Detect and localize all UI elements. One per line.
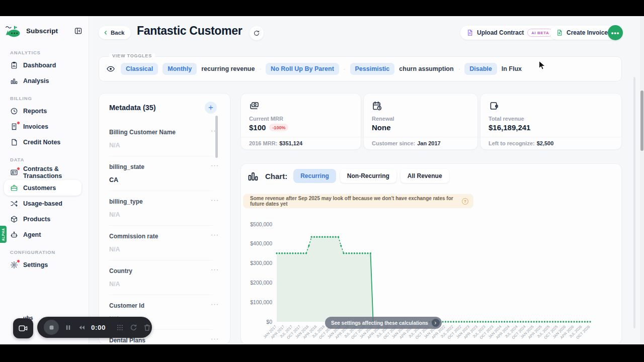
sidebar-item-settings[interactable]: Settings (0, 257, 89, 273)
sidebar-item-analysis[interactable]: Analysis (0, 73, 89, 88)
metadata-field-value: N/A (109, 281, 120, 288)
metadata-row: Country···N/A (109, 260, 213, 295)
metadata-row-menu[interactable]: ··· (211, 231, 219, 238)
more-actions-button[interactable]: ••• (608, 25, 623, 40)
alpha-badge: ALPHA (0, 226, 7, 243)
toggle-pill-pessimistic[interactable]: Pessimistic (350, 63, 395, 75)
collapse-sidebar-icon[interactable] (74, 27, 83, 35)
reports-icon (10, 107, 18, 115)
metadata-field-name: Country (109, 267, 132, 275)
divider (364, 137, 477, 137)
stat-value: None (372, 123, 391, 132)
svg-text:$200,000: $200,000 (250, 280, 272, 286)
mouse-cursor (538, 60, 546, 71)
create-invoices-button[interactable]: Create Invoices (550, 26, 617, 40)
stat-card-total-revenue: Total revenue$16,189,241Left to recogniz… (480, 93, 622, 150)
sidebar-item-label: Reports (23, 108, 47, 115)
sidebar-item-products[interactable]: Products (0, 211, 89, 227)
metadata-row-menu[interactable]: ··· (211, 196, 219, 204)
refresh-icon (253, 30, 260, 37)
help-icon[interactable]: ? (462, 198, 468, 205)
stat-value: $16,189,241 (489, 123, 530, 132)
sidebar-item-reports[interactable]: Reports (0, 103, 89, 119)
sidebar-section-label: BILLING (10, 96, 89, 101)
sidebar-item-invoices[interactable]: Invoices (0, 119, 89, 134)
svg-text:$500,000: $500,000 (250, 221, 272, 227)
camera-button[interactable] (13, 318, 33, 338)
refresh-button[interactable] (250, 26, 264, 40)
window-scrollbar-thumb[interactable] (640, 90, 643, 151)
metadata-scrollbar[interactable] (215, 116, 218, 158)
metadata-row-menu[interactable]: ··· (211, 161, 219, 169)
toggle-pill-classical[interactable]: Classical (121, 63, 158, 75)
sidebar-item-customers[interactable]: Customers (4, 180, 82, 196)
divider (480, 137, 621, 137)
stop-recording-button[interactable] (44, 320, 59, 335)
rewind-icon[interactable] (77, 323, 86, 332)
sidebar-section-label: DATA (10, 157, 89, 162)
page-title: Fantastic Customer (137, 24, 242, 38)
metadata-row: Commission rate···N/A (109, 226, 213, 260)
content-scrollbar[interactable] (633, 77, 635, 328)
notification-dot (17, 167, 20, 170)
tooltip-chevron-button[interactable] (432, 319, 440, 327)
pause-icon[interactable] (64, 323, 72, 332)
sidebar-nav: ANALYTICSDashboardAnalysisBILLINGReports… (0, 50, 89, 273)
sidebar-item-label: Invoices (23, 123, 48, 130)
stat-label: Current MRR (249, 116, 283, 122)
sidebar-item-label: Agent (23, 231, 41, 238)
view-toggles-row: ClassicalMonthlyrecurring revenue·No Rol… (106, 57, 522, 81)
customers-icon (10, 184, 18, 192)
restart-icon[interactable] (129, 323, 138, 332)
sidebar-item-agent[interactable]: AgentALPHA (0, 227, 89, 242)
notification-dot (17, 121, 20, 125)
brand-name: Subscript (26, 27, 70, 35)
trash-icon[interactable] (143, 323, 151, 332)
toggle-text: churn assumption (399, 65, 453, 72)
sidebar-item-label: Analysis (23, 77, 49, 84)
sidebar-item-usage-based[interactable]: Usage-based (0, 196, 89, 211)
toggle-pill-monthly[interactable]: Monthly (163, 63, 197, 75)
chart-tab-all-revenue[interactable]: All Revenue (400, 169, 449, 183)
metadata-field-name: billing_type (109, 198, 143, 205)
svg-text:$100,000: $100,000 (250, 299, 272, 305)
sidebar-item-label: Credit Notes (23, 139, 60, 146)
separator: · (458, 66, 460, 72)
metadata-row: billing_state···CA (109, 156, 213, 191)
letterbox-top (0, 0, 644, 16)
grid-dots-icon[interactable] (116, 323, 124, 332)
chart-tab-recurring[interactable]: Recurring (293, 169, 336, 183)
stat-value: $100 (249, 123, 266, 132)
back-button[interactable]: Back (99, 26, 131, 39)
metadata-field-name: Billing Customer Name (109, 129, 176, 136)
separator: · (344, 66, 346, 72)
calendar-clock-icon (372, 101, 382, 111)
metadata-row-menu[interactable]: ··· (211, 335, 219, 342)
metadata-row-menu[interactable]: ··· (211, 265, 219, 273)
toggle-pill-disable[interactable]: Disable (464, 63, 497, 75)
invoices-icon (10, 123, 18, 131)
sidebar-item-contracts-transactions[interactable]: Contracts & Transactions (0, 164, 89, 180)
window-scrollbar[interactable] (640, 16, 644, 344)
toggle-pill-no-roll-up-by-parent[interactable]: No Roll Up By Parent (266, 63, 339, 75)
chart-tab-non-recurring[interactable]: Non-Recurring (340, 169, 396, 183)
metadata-title: Metadata (35) (109, 104, 156, 112)
main-content: Back Fantastic Customer Upload Contract … (90, 16, 644, 344)
dashboard-icon (10, 61, 18, 69)
recorder-toolbar: 0:00 (37, 317, 152, 338)
metadata-row-menu[interactable]: ··· (211, 300, 219, 308)
sidebar-item-dashboard[interactable]: Dashboard (0, 57, 89, 73)
stat-footer: Left to recognize:$2,500 (489, 140, 553, 146)
stat-footer: Customer since:Jan 2017 (372, 140, 441, 146)
upload-contract-button[interactable]: Upload Contract AI BETA (460, 26, 559, 40)
sidebar-item-label: Usage-based (23, 200, 62, 207)
svg-text:$0: $0 (266, 319, 272, 325)
app-window: Subscript ANALYTICSDashboardAnalysisBILL… (0, 16, 644, 344)
toggle-text: In Flux (502, 65, 522, 72)
stat-label: Total revenue (489, 116, 524, 122)
metadata-field-name: Dental Plans (109, 337, 145, 344)
add-metadata-button[interactable] (205, 102, 217, 114)
notification-dot (17, 259, 20, 263)
screen: Subscript ANALYTICSDashboardAnalysisBILL… (0, 0, 644, 362)
sidebar-item-credit-notes[interactable]: Credit Notes (0, 134, 89, 150)
